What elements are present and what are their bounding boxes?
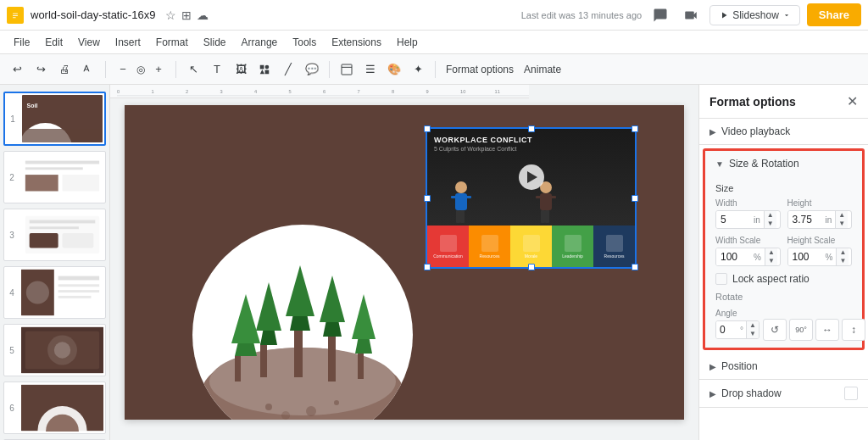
drop-shadow-header[interactable]: ▶ Drop shadow: [699, 380, 868, 407]
spellcheck-button[interactable]: [78, 59, 98, 80]
drop-shadow-checkbox[interactable]: [844, 387, 858, 400]
height-input[interactable]: [788, 211, 822, 228]
svg-rect-26: [58, 276, 100, 281]
width-down[interactable]: ▼: [765, 220, 776, 228]
zoom-out-button[interactable]: −: [113, 59, 133, 80]
line-button[interactable]: ╱: [278, 59, 298, 80]
textbox-button[interactable]: T: [207, 59, 227, 80]
layout-button[interactable]: ☰: [360, 59, 381, 80]
transition-button[interactable]: ✦: [408, 59, 428, 80]
svg-rect-4: [260, 64, 264, 69]
zoom-in-button[interactable]: +: [148, 59, 169, 80]
svg-point-70: [265, 404, 272, 410]
svg-text:0: 0: [117, 89, 120, 94]
print-button[interactable]: 🖨: [54, 59, 75, 80]
menu-extensions[interactable]: Extensions: [325, 35, 388, 50]
rotate-90-button[interactable]: 90°: [789, 319, 813, 341]
svg-rect-22: [63, 233, 94, 248]
angle-input[interactable]: [716, 321, 740, 338]
svg-point-33: [54, 342, 70, 358]
top-right-controls: Slideshow Share: [648, 3, 861, 27]
animate-label[interactable]: Animate: [520, 62, 565, 77]
cursor-button[interactable]: ↖: [183, 59, 203, 80]
redo-button[interactable]: ↪: [31, 59, 51, 80]
svg-marker-61: [231, 294, 260, 343]
comment-tool-button[interactable]: 💬: [302, 59, 322, 80]
angle-up[interactable]: ▲: [747, 321, 759, 330]
menu-edit[interactable]: Edit: [38, 35, 70, 50]
format-panel-close[interactable]: ✕: [847, 93, 858, 109]
slide-img-4: [21, 269, 103, 316]
menu-tools[interactable]: Tools: [286, 35, 323, 50]
video-title: WORKPLACE CONFLICT: [434, 136, 628, 144]
slideshow-button[interactable]: Slideshow: [709, 5, 800, 25]
svg-text:4: 4: [254, 89, 257, 94]
shape-button[interactable]: [254, 59, 275, 80]
video-figures: [448, 179, 559, 226]
slide-num-2: 2: [6, 173, 18, 182]
width-up[interactable]: ▲: [765, 211, 776, 220]
width-scale-up[interactable]: ▲: [765, 248, 777, 257]
height-group: Height in ▲ ▼: [787, 198, 853, 229]
image-button[interactable]: 🖼: [231, 59, 251, 80]
format-panel-header: Format options ✕: [699, 85, 868, 119]
menu-help[interactable]: Help: [390, 35, 425, 50]
width-scale-down[interactable]: ▼: [765, 257, 777, 265]
zoom-level: ◎: [136, 64, 145, 75]
width-scale-input[interactable]: [716, 248, 750, 265]
undo-button[interactable]: ↩: [7, 59, 27, 80]
menu-slide[interactable]: Slide: [197, 35, 233, 50]
flip-v-button[interactable]: ↕: [842, 319, 865, 341]
menu-insert[interactable]: Insert: [108, 35, 147, 50]
height-scale-down[interactable]: ▼: [837, 257, 849, 265]
star-icon[interactable]: ☆: [165, 8, 176, 22]
svg-point-71: [306, 406, 316, 416]
slide-thumb-1[interactable]: 1 Soil: [3, 92, 106, 146]
slide-thumb-2[interactable]: 2: [3, 151, 106, 203]
size-rotation-header[interactable]: ▼ Size & Rotation: [705, 151, 862, 176]
video-playback-header[interactable]: ▶ Video playback: [699, 119, 868, 144]
theme-button[interactable]: 🎨: [384, 59, 404, 80]
angle-input-wrap: ° ▲ ▼: [715, 320, 760, 339]
svg-text:2: 2: [186, 89, 188, 94]
cloud-icon[interactable]: ☁: [197, 8, 209, 22]
comment-button[interactable]: [648, 3, 672, 27]
height-down[interactable]: ▼: [836, 220, 848, 228]
app-icon: [7, 7, 24, 24]
height-up[interactable]: ▲: [836, 211, 848, 220]
svg-rect-77: [465, 196, 471, 198]
menu-arrange[interactable]: Arrange: [235, 35, 285, 50]
angle-down[interactable]: ▼: [747, 330, 759, 338]
video-container[interactable]: WORKPLACE CONFLICT 5 Culprits of Workpla…: [427, 129, 635, 267]
slide-thumb-3[interactable]: 3: [3, 209, 106, 261]
svg-rect-20: [30, 226, 79, 229]
play-button[interactable]: [519, 164, 544, 190]
folder-icon[interactable]: ⊞: [181, 8, 192, 22]
canvas-area[interactable]: 0 1 2 3 4 5 6 7 8 9 10 11: [110, 85, 698, 440]
slide-img-2: [21, 153, 103, 201]
flip-h-button[interactable]: ↔: [815, 319, 839, 341]
angle-stepper: ▲ ▼: [746, 321, 759, 338]
menu-format[interactable]: Format: [149, 35, 195, 50]
video-call-button[interactable]: [679, 3, 703, 27]
slide-thumb-5[interactable]: 5: [3, 324, 106, 376]
height-scale-input[interactable]: [788, 248, 822, 265]
svg-rect-3: [13, 17, 16, 18]
svg-rect-13: [25, 161, 99, 164]
share-button[interactable]: Share: [807, 3, 861, 26]
slide-thumb-6[interactable]: 6: [3, 382, 106, 434]
svg-rect-79: [460, 210, 465, 223]
background-button[interactable]: [337, 59, 357, 80]
slide-num-4: 4: [6, 288, 18, 298]
lock-checkbox[interactable]: [715, 273, 727, 285]
menu-view[interactable]: View: [71, 35, 107, 50]
height-scale-stepper: ▲ ▼: [836, 248, 849, 265]
height-scale-up[interactable]: ▲: [837, 248, 849, 257]
rotate-ccw-button[interactable]: ↺: [763, 319, 787, 341]
menu-file[interactable]: File: [7, 35, 36, 50]
format-options-label[interactable]: Format options: [442, 62, 517, 77]
width-input[interactable]: [716, 211, 750, 228]
slide-thumb-4[interactable]: 4: [3, 266, 106, 319]
drop-shadow-title: Drop shadow: [721, 387, 782, 399]
position-header[interactable]: ▶ Position: [699, 354, 868, 379]
